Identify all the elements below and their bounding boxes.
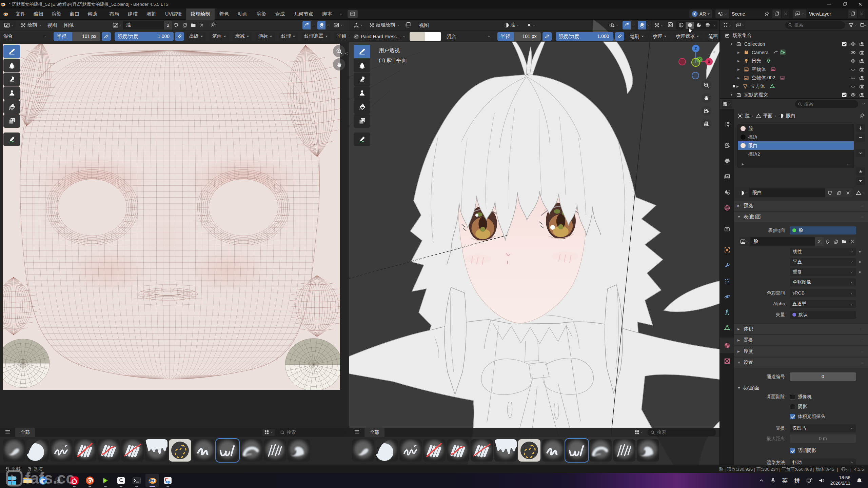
combo-projection[interactable]: 平直: [790, 258, 856, 266]
taskbar-netease-music[interactable]: [67, 474, 81, 487]
eye-closed-toggle[interactable]: [849, 84, 857, 89]
tab-view-layer[interactable]: [720, 169, 734, 184]
material-fake-user-button[interactable]: [825, 188, 834, 197]
prop-image-browse[interactable]: [739, 237, 750, 246]
transparent-shadow-checkbox[interactable]: [790, 448, 795, 453]
eye-toggle[interactable]: [849, 50, 857, 55]
new-collection-button[interactable]: [860, 22, 866, 28]
panel-displacement[interactable]: ▶置换: [734, 335, 868, 345]
material-slot-3[interactable]: 描边2: [738, 150, 854, 158]
panel-volume[interactable]: ▶体积: [734, 324, 868, 334]
outliner-row-4[interactable]: ▶空物体: [720, 65, 868, 74]
taskbar-orange-disc-app[interactable]: [83, 474, 97, 487]
maximize-button[interactable]: [837, 0, 852, 8]
workspace-tab-6[interactable]: 动画: [233, 8, 252, 20]
properties-search-input[interactable]: 搜索: [795, 100, 858, 108]
combo-extension[interactable]: 重复: [790, 268, 856, 276]
outliner-type-button[interactable]: [722, 21, 733, 29]
close-button[interactable]: [852, 0, 868, 8]
ime-lang-en[interactable]: 英: [780, 474, 790, 487]
ime-lang-pinyin[interactable]: 拼: [792, 474, 802, 487]
minimize-button[interactable]: [821, 0, 837, 8]
workspace-tab-0[interactable]: 布局: [105, 8, 123, 20]
expand-arrow-icon[interactable]: ▶: [737, 59, 743, 63]
scene-unlink-button[interactable]: [782, 9, 789, 18]
taskbar-blender[interactable]: [145, 474, 159, 487]
viewlayer-unlink-button[interactable]: [858, 9, 865, 18]
tab-output[interactable]: [720, 153, 734, 169]
workspace-tab-2[interactable]: 雕刻: [142, 8, 161, 20]
prop-image-fake-user[interactable]: [824, 237, 832, 246]
eye-toggle[interactable]: [849, 41, 857, 47]
tab-modifiers[interactable]: [720, 258, 734, 273]
slot-move-down-button[interactable]: [856, 177, 865, 185]
material-slot-2[interactable]: 眼白: [738, 141, 854, 150]
outliner-row-2[interactable]: ▶Camera: [720, 48, 868, 57]
taskbar-edge[interactable]: [36, 474, 50, 487]
tab-data[interactable]: [720, 320, 734, 336]
vector-field[interactable]: 默认: [790, 311, 856, 319]
screen-layout-button[interactable]: [348, 10, 358, 18]
tray-expand-button[interactable]: [757, 474, 766, 487]
prop-image-unlink[interactable]: [848, 237, 856, 246]
tab-scene[interactable]: [720, 184, 734, 200]
panel-surface[interactable]: ▼表(曲)面: [734, 212, 868, 222]
ar-selector[interactable]: AR▼: [689, 9, 712, 18]
displace-combo[interactable]: 仅凹凸: [790, 424, 856, 432]
breadcrumb-material[interactable]: 眼白: [778, 113, 795, 119]
subpanel-surface-header[interactable]: ▼表(曲)面: [737, 385, 864, 391]
camera-toggle[interactable]: [857, 50, 866, 55]
taskbar-clip-studio[interactable]: [114, 474, 128, 487]
tab-tool[interactable]: [720, 117, 734, 132]
panel-thickness[interactable]: ▶厚度: [734, 346, 868, 357]
tab-constraints[interactable]: [720, 304, 734, 320]
breadcrumb-mesh[interactable]: 平面: [756, 113, 773, 119]
combo-colorspace[interactable]: sRGB: [790, 289, 856, 297]
menu-window[interactable]: 窗口: [65, 9, 83, 18]
probe-checkbox[interactable]: [790, 414, 795, 419]
tray-cast-icon[interactable]: [804, 474, 814, 487]
eye-toggle[interactable]: [849, 92, 857, 98]
panel-settings[interactable]: ▼设置: [734, 358, 868, 368]
backface-shadow-checkbox[interactable]: [790, 404, 795, 409]
taskbar-snipping-tool[interactable]: [161, 474, 175, 487]
viewlayer-type-dropdown[interactable]: [793, 9, 806, 18]
taskbar-terminal[interactable]: [130, 474, 143, 487]
combo-interpolation[interactable]: 线性: [790, 248, 856, 256]
tray-clock[interactable]: 18:582026/2/11: [830, 475, 850, 486]
tray-speaker-icon[interactable]: [816, 474, 827, 487]
checkbox-toggle[interactable]: [840, 41, 849, 47]
expand-arrow-icon[interactable]: ▼: [730, 93, 735, 97]
viewlayer-copy-button[interactable]: [848, 9, 857, 18]
taskbar-windows-start[interactable]: [5, 474, 19, 487]
tab-particles[interactable]: [720, 273, 734, 289]
camera-toggle[interactable]: [857, 41, 866, 47]
workspace-tab-5[interactable]: 着色: [215, 8, 233, 20]
prop-image-users[interactable]: 2: [815, 237, 824, 246]
panel-preview[interactable]: ▶预览: [734, 201, 868, 211]
menu-edit[interactable]: 编辑: [29, 9, 47, 18]
tab-world[interactable]: [720, 200, 734, 216]
tab-object[interactable]: [720, 242, 734, 258]
tab-texture[interactable]: [720, 353, 734, 369]
scene-name-field[interactable]: Scene: [729, 9, 772, 18]
prop-image-copy[interactable]: [832, 237, 840, 246]
workspace-tab-1[interactable]: 建模: [123, 8, 142, 20]
tray-mic-icon[interactable]: [768, 474, 778, 487]
material-slot-0[interactable]: 脸: [738, 124, 854, 133]
add-workspace-button[interactable]: +: [336, 8, 345, 20]
expand-arrow-icon[interactable]: ▶: [736, 85, 742, 88]
scene-copy-button[interactable]: [772, 9, 781, 18]
tab-physics[interactable]: [720, 289, 734, 304]
properties-pin-icon[interactable]: [860, 113, 865, 119]
material-copy-button[interactable]: [834, 188, 844, 197]
scene-type-dropdown[interactable]: [715, 9, 729, 18]
properties-type-button[interactable]: [722, 100, 732, 108]
tab-collection[interactable]: [720, 221, 734, 237]
camera-toggle[interactable]: [857, 58, 866, 64]
blender-menu-logo[interactable]: [0, 11, 12, 17]
camera-toggle[interactable]: [857, 92, 866, 98]
checkbox-toggle[interactable]: [840, 92, 849, 98]
outliner-row-0[interactable]: 场景集合: [720, 31, 868, 40]
material-browse-dropdown[interactable]: [737, 188, 749, 197]
